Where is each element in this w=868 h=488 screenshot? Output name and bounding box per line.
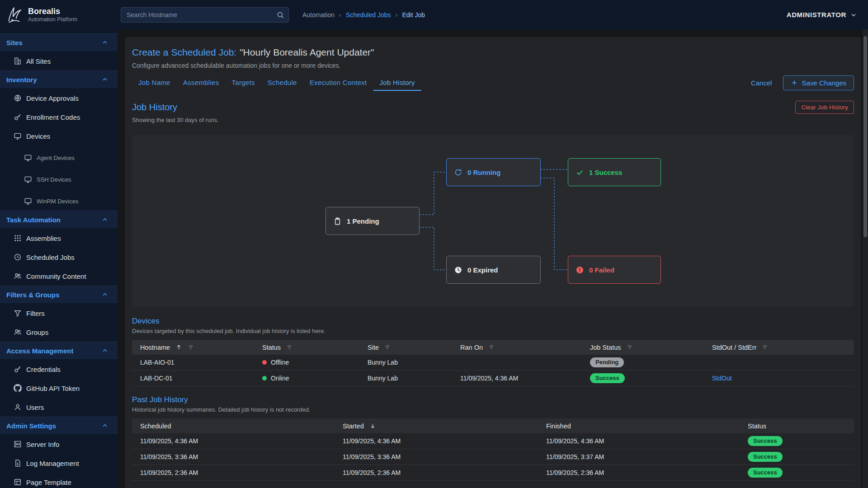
past-job-history-subheading: Historical job history summaries. Detail… (132, 406, 854, 413)
column-filter-icon[interactable] (488, 344, 495, 351)
sidebar-item-devices[interactable]: Devices (0, 127, 118, 145)
column-filter-icon[interactable] (627, 344, 633, 351)
sidebar-item-label: Agent Devices (37, 155, 75, 161)
sidebar-item-filters[interactable]: Filters (0, 304, 118, 323)
sort-desc-icon[interactable] (369, 422, 376, 429)
save-changes-button[interactable]: Save Changes (783, 75, 854, 90)
monitor-icon (24, 197, 32, 205)
tab-assemblies[interactable]: Assemblies (177, 75, 226, 91)
person-icon (14, 403, 22, 411)
sidebar-item-assemblies[interactable]: Assemblies (0, 229, 118, 248)
column-header-status[interactable]: Status (740, 422, 854, 430)
sidebar-item-label: SSH Devices (37, 176, 71, 183)
sidebar-section-task-automation[interactable]: Task Automation (0, 211, 118, 229)
node-label: 0 Failed (589, 266, 614, 274)
column-header-status[interactable]: Status (254, 344, 359, 351)
column-header-hostname[interactable]: Hostname (132, 344, 254, 351)
sidebar-item-credentials[interactable]: Credentials (0, 360, 118, 379)
sidebar-section-sites[interactable]: Sites (0, 33, 118, 52)
sidebar-item-winrm-devices[interactable]: WinRM Devices (0, 192, 118, 211)
flow-node-running[interactable]: 0 Running (446, 158, 541, 186)
column-filter-icon[interactable] (384, 344, 391, 351)
sidebar-section-inventory[interactable]: Inventory (0, 70, 118, 89)
flow-node-failed[interactable]: 0 Failed (568, 256, 661, 284)
devices-heading: Devices (132, 317, 159, 326)
column-label: Site (368, 344, 379, 351)
tab-job-history[interactable]: Job History (373, 75, 421, 91)
job-status-badge: Success (590, 373, 625, 383)
document-lines-icon (14, 459, 22, 467)
sidebar-section-access-management[interactable]: Access Management (0, 342, 118, 360)
clear-job-history-button[interactable]: Clear Job History (795, 101, 854, 114)
sidebar-item-label: Log Management (26, 460, 79, 467)
github-icon (14, 384, 22, 392)
building-icon (14, 57, 22, 65)
devices-table: Hostname Status Site Ran On Job S (132, 340, 854, 386)
column-header-scheduled[interactable]: Scheduled (132, 422, 335, 430)
breadcrumb-scheduled-jobs[interactable]: Scheduled Jobs (346, 11, 391, 19)
column-label: Finished (546, 422, 571, 430)
sidebar-item-page-template[interactable]: Page Template (0, 473, 118, 488)
sidebar-item-all-sites[interactable]: All Sites (0, 52, 118, 70)
sidebar-item-github-api-token[interactable]: GitHub API Token (0, 379, 118, 398)
status-badge: Success (748, 436, 783, 446)
breadcrumb-separator: › (395, 11, 397, 19)
sort-asc-icon[interactable] (175, 344, 182, 351)
cell-scheduled: 11/09/2025, 4:36 AM (132, 437, 335, 445)
sidebar-item-label: Devices (26, 132, 50, 140)
monitor-icon (24, 154, 32, 162)
past-history-row: 11/09/2025, 4:36 AM 11/09/2025, 4:36 AM … (132, 433, 854, 449)
cell-hostname: LAB-DC-01 (132, 375, 254, 382)
sidebar-item-label: WinRM Devices (37, 198, 78, 205)
section-label: Access Management (6, 347, 73, 355)
status-dot-online (262, 376, 267, 380)
sidebar-item-enrollment-codes[interactable]: Enrollment Codes (0, 108, 118, 127)
page-subtitle: Configure advanced schedulable automatio… (132, 62, 854, 69)
sidebar-item-log-management[interactable]: Log Management (0, 454, 118, 473)
sidebar-item-community-content[interactable]: Community Content (0, 267, 118, 286)
sidebar-item-label: Scheduled Jobs (26, 253, 75, 261)
cell-scheduled: 11/09/2025, 2:36 AM (132, 469, 335, 476)
tab-execution-context[interactable]: Execution Context (303, 75, 373, 91)
column-header-started[interactable]: Started (335, 422, 538, 430)
stdout-link[interactable]: StdOut (712, 375, 732, 382)
column-label: Scheduled (140, 422, 171, 430)
sidebar-item-groups[interactable]: Groups (0, 323, 118, 342)
monitor-icon (24, 175, 32, 183)
column-header-job-status[interactable]: Job Status (582, 344, 704, 351)
breadcrumb-separator: › (339, 11, 341, 19)
tab-job-name[interactable]: Job Name (132, 75, 177, 91)
column-filter-icon[interactable] (286, 344, 292, 351)
sidebar-item-users[interactable]: Users (0, 398, 118, 417)
column-header-finished[interactable]: Finished (538, 422, 740, 430)
user-menu[interactable]: ADMINISTRATOR (787, 11, 857, 19)
scrollbar-thumb[interactable] (863, 36, 867, 237)
hostname-search (121, 7, 289, 23)
flow-node-expired[interactable]: 0 Expired (446, 256, 541, 284)
breadcrumb-automation[interactable]: Automation (302, 11, 335, 19)
sidebar-item-agent-devices[interactable]: Agent Devices (0, 148, 118, 167)
column-filter-icon[interactable] (188, 344, 194, 351)
column-filter-icon[interactable] (762, 344, 768, 351)
chevron-up-icon (101, 216, 108, 223)
tab-targets[interactable]: Targets (225, 75, 261, 91)
column-header-stdout-stderr[interactable]: StdOut / StdErr (704, 344, 854, 351)
column-header-site[interactable]: Site (359, 344, 452, 351)
sidebar-item-device-approvals[interactable]: Device Approvals (0, 89, 118, 108)
search-input[interactable] (121, 7, 289, 23)
section-label: Sites (6, 39, 23, 47)
flow-node-success[interactable]: 1 Success (568, 158, 661, 186)
sidebar: Sites All Sites Inventory Device Approva… (0, 29, 118, 488)
tab-schedule[interactable]: Schedule (261, 75, 303, 91)
section-label: Inventory (6, 76, 37, 84)
flow-node-pending[interactable]: 1 Pending (326, 207, 420, 235)
sidebar-item-ssh-devices[interactable]: SSH Devices (0, 170, 118, 189)
column-label: Status (262, 344, 281, 351)
sidebar-section-filters-groups[interactable]: Filters & Groups (0, 286, 118, 304)
sidebar-item-server-info[interactable]: Server Info (0, 435, 118, 454)
column-header-ran-on[interactable]: Ran On (452, 344, 582, 351)
sidebar-section-admin-settings[interactable]: Admin Settings (0, 417, 118, 435)
column-label: Status (748, 422, 766, 430)
sidebar-item-scheduled-jobs[interactable]: Scheduled Jobs (0, 248, 118, 267)
cancel-button[interactable]: Cancel (751, 79, 772, 87)
